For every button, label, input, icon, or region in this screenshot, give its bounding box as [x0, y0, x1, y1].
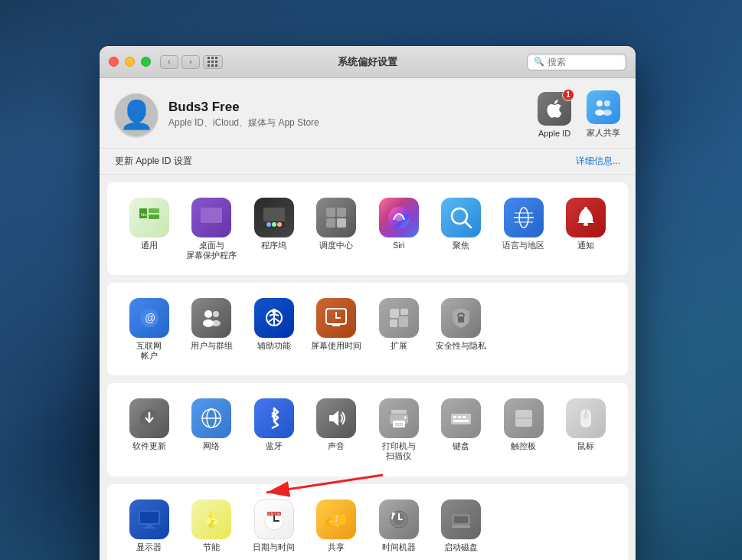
internet-label: 互联网帐户	[136, 341, 162, 360]
keyboard-icon	[441, 398, 481, 438]
svg-text:S M T W T F S: S M T W T F S	[268, 512, 287, 516]
svg-point-16	[277, 222, 282, 227]
extensions-svg	[386, 305, 412, 331]
grid-section-1: Ne 通用 桌面与屏幕保护程序	[107, 182, 628, 275]
svg-rect-64	[453, 416, 456, 418]
users-icon	[191, 298, 231, 338]
svg-rect-74	[146, 525, 152, 527]
icon-item-siri[interactable]: Siri	[369, 193, 429, 264]
grid-section-4: 显示器 节能	[107, 484, 628, 560]
svg-rect-19	[326, 218, 335, 228]
icon-item-keyboard[interactable]: 键盘	[432, 394, 492, 465]
svg-rect-73	[140, 512, 159, 523]
update-banner: 更新 Apple ID 设置 详细信息...	[100, 149, 636, 175]
spotlight-icon	[441, 198, 481, 237]
svg-rect-11	[204, 226, 218, 228]
icon-item-internet[interactable]: @ 互联网帐户	[119, 293, 179, 365]
energy-icon	[191, 499, 231, 539]
icon-item-printer[interactable]: 打印机与扫描仪	[369, 394, 429, 465]
security-icon	[441, 298, 481, 338]
svg-point-77	[208, 523, 215, 528]
icon-item-timemachine[interactable]: 时间机器	[369, 495, 429, 557]
svg-rect-67	[453, 420, 469, 422]
search-input[interactable]	[548, 57, 619, 67]
icon-grid-3: 软件更新 网络	[119, 394, 616, 465]
profile-icons: 1 Apple ID 家人共享	[538, 90, 620, 139]
siri-svg	[386, 205, 412, 231]
icon-item-network[interactable]: 网络	[182, 394, 242, 465]
svg-rect-30	[583, 223, 588, 226]
detail-link[interactable]: 详细信息...	[576, 155, 620, 168]
svg-rect-88	[452, 526, 470, 528]
svg-text:Ne: Ne	[141, 212, 147, 217]
icon-item-date[interactable]: S M T W T F S 日期与时间	[244, 495, 304, 557]
siri-label: Siri	[393, 241, 404, 251]
mouse-icon	[566, 398, 606, 438]
svg-point-15	[272, 222, 276, 227]
software-icon	[129, 398, 169, 438]
svg-point-3	[603, 110, 612, 116]
svg-rect-75	[143, 527, 155, 529]
bluetooth-label: 蓝牙	[266, 441, 283, 451]
svg-rect-17	[326, 208, 335, 217]
icon-item-users[interactable]: 用户与群组	[182, 293, 242, 365]
general-svg: Ne	[136, 205, 162, 231]
icon-item-language[interactable]: 语言与地区	[494, 193, 554, 264]
bluetooth-icon	[254, 398, 294, 438]
icon-item-notification[interactable]: 通知	[557, 193, 616, 264]
icon-item-accessibility[interactable]: 辅助功能	[244, 293, 304, 365]
display-label: 显示器	[136, 542, 162, 552]
internet-svg: @	[136, 305, 162, 331]
search-box[interactable]: 🔍	[527, 54, 626, 70]
energy-svg	[198, 506, 224, 532]
energy-label: 节能	[203, 542, 220, 552]
icon-item-trackpad[interactable]: 触控板	[494, 394, 554, 465]
icon-item-display[interactable]: 显示器	[119, 495, 179, 557]
icon-item-dock[interactable]: 程序坞	[244, 193, 304, 264]
apple-id-icon-item[interactable]: 1 Apple ID	[538, 92, 571, 138]
icon-item-extensions[interactable]: 扩展	[369, 293, 429, 365]
internet-icon: @	[129, 298, 169, 338]
icon-item-security[interactable]: 安全性与隐私	[432, 293, 492, 365]
close-button[interactable]	[109, 57, 119, 67]
minimize-button[interactable]	[125, 57, 135, 67]
maximize-button[interactable]	[141, 57, 151, 67]
icon-item-general[interactable]: Ne 通用	[119, 193, 179, 264]
forward-button[interactable]: ›	[181, 55, 200, 69]
mouse-svg	[573, 405, 599, 431]
icon-item-startup[interactable]: 启动磁盘	[432, 495, 492, 557]
svg-rect-10	[208, 224, 215, 226]
icon-item-software[interactable]: 软件更新	[119, 394, 179, 465]
grid-view-button[interactable]	[203, 55, 223, 69]
sharing-svg: ⤴	[323, 506, 349, 532]
svg-rect-60	[395, 423, 403, 424]
sound-icon	[316, 398, 356, 438]
spotlight-label: 聚焦	[453, 241, 469, 251]
timemachine-label: 时间机器	[382, 542, 416, 552]
family-sharing-icon-item[interactable]: 家人共享	[587, 90, 620, 139]
screentime-label: 屏幕使用时间	[311, 341, 361, 351]
icon-item-bluetooth[interactable]: 蓝牙	[244, 394, 304, 465]
icon-item-sound[interactable]: 声音	[307, 394, 367, 465]
icon-item-sharing[interactable]: ⤴ 共享	[307, 495, 367, 557]
sharing-label: 共享	[328, 542, 345, 552]
svg-text:⤴: ⤴	[335, 515, 338, 523]
icon-item-energy[interactable]: 节能	[182, 495, 242, 557]
icon-grid-2: @ 互联网帐户 用户与群组	[119, 293, 616, 365]
icon-item-spotlight[interactable]: 聚焦	[432, 193, 492, 264]
svg-rect-18	[337, 208, 346, 217]
back-button[interactable]: ‹	[160, 55, 178, 69]
software-label: 软件更新	[132, 441, 166, 451]
icon-item-mouse[interactable]: 鼠标	[557, 394, 616, 465]
icon-item-desktop[interactable]: 桌面与屏幕保护程序	[182, 193, 242, 264]
icon-item-control[interactable]: 调度中心	[307, 193, 367, 264]
svg-line-24	[465, 221, 471, 228]
dock-icon	[254, 198, 294, 237]
icon-item-screentime[interactable]: 屏幕使用时间	[307, 293, 367, 365]
svg-rect-8	[201, 208, 222, 223]
svg-rect-50	[399, 316, 408, 327]
timemachine-icon	[379, 499, 419, 539]
system-preferences-window: ‹ › 系统偏好设置 🔍 👤 Buds3 Free Apple ID、iClou…	[100, 46, 636, 560]
mouse-label: 鼠标	[577, 441, 594, 451]
startup-icon	[441, 499, 481, 539]
